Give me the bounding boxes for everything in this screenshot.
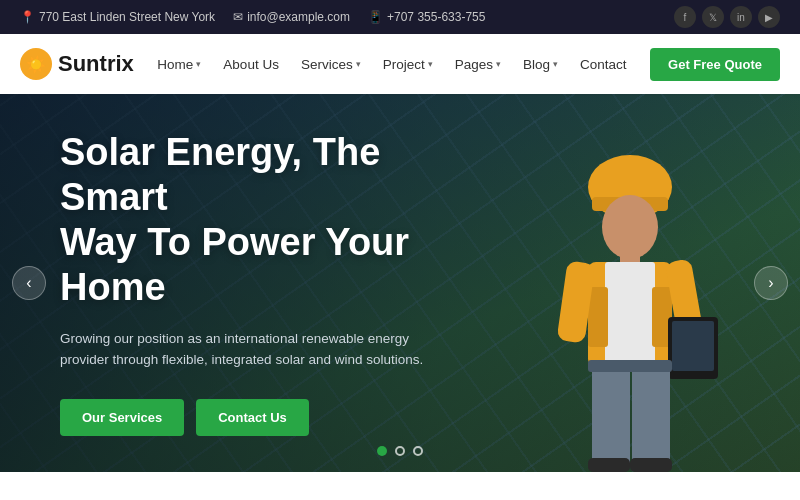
hero-content: Solar Energy, The Smart Way To Power You… — [0, 130, 520, 436]
nav-project-arrow: ▾ — [428, 59, 433, 69]
top-bar-contact: 📍 770 East Linden Street New York ✉ info… — [20, 10, 485, 24]
nav-blog[interactable]: Blog ▾ — [523, 57, 558, 72]
svg-rect-13 — [592, 360, 630, 470]
logo[interactable]: ☀️ Suntrix — [20, 48, 134, 80]
address-item: 📍 770 East Linden Street New York — [20, 10, 215, 24]
email-text: info@example.com — [247, 10, 350, 24]
pin-icon: 📍 — [20, 10, 35, 24]
nav-project[interactable]: Project ▾ — [383, 57, 433, 72]
nav-blog-arrow: ▾ — [553, 59, 558, 69]
worker-figure — [520, 132, 740, 472]
twitter-icon[interactable]: 𝕏 — [702, 6, 724, 28]
email-icon: ✉ — [233, 10, 243, 24]
carousel-dot-2[interactable] — [395, 446, 405, 456]
phone-item: 📱 +707 355-633-755 — [368, 10, 485, 24]
email-item: ✉ info@example.com — [233, 10, 350, 24]
logo-text: Suntrix — [58, 51, 134, 77]
svg-rect-15 — [588, 360, 672, 372]
nav-contact[interactable]: Contact — [580, 57, 627, 72]
svg-rect-17 — [630, 458, 672, 472]
phone-text: +707 355-633-755 — [387, 10, 485, 24]
header: ☀️ Suntrix Home ▾ About Us Services ▾ Pr… — [0, 34, 800, 94]
carousel-dot-3[interactable] — [413, 446, 423, 456]
hero-subtitle: Growing our position as an international… — [60, 328, 440, 371]
carousel-prev-button[interactable]: ‹ — [12, 266, 46, 300]
svg-rect-12 — [672, 321, 714, 371]
svg-point-2 — [602, 195, 658, 259]
nav-pages-arrow: ▾ — [496, 59, 501, 69]
contact-us-button[interactable]: Contact Us — [196, 399, 309, 436]
facebook-icon[interactable]: f — [674, 6, 696, 28]
svg-rect-16 — [588, 458, 630, 472]
svg-rect-5 — [605, 262, 655, 367]
nav-home-arrow: ▾ — [196, 59, 201, 69]
svg-rect-6 — [588, 287, 608, 347]
carousel-next-button[interactable]: › — [754, 266, 788, 300]
nav-services[interactable]: Services ▾ — [301, 57, 361, 72]
phone-icon: 📱 — [368, 10, 383, 24]
linkedin-icon[interactable]: in — [730, 6, 752, 28]
carousel-dots — [377, 446, 423, 456]
nav-home[interactable]: Home ▾ — [157, 57, 201, 72]
our-services-button[interactable]: Our Services — [60, 399, 184, 436]
carousel-dot-1[interactable] — [377, 446, 387, 456]
youtube-icon[interactable]: ▶ — [758, 6, 780, 28]
nav-pages[interactable]: Pages ▾ — [455, 57, 501, 72]
hero-cta-buttons: Our Services Contact Us — [60, 399, 460, 436]
logo-icon: ☀️ — [20, 48, 52, 80]
hero-section: Solar Energy, The Smart Way To Power You… — [0, 94, 800, 472]
get-free-quote-button[interactable]: Get Free Quote — [650, 48, 780, 81]
top-bar: 📍 770 East Linden Street New York ✉ info… — [0, 0, 800, 34]
nav-services-arrow: ▾ — [356, 59, 361, 69]
address-text: 770 East Linden Street New York — [39, 10, 215, 24]
nav-about[interactable]: About Us — [223, 57, 279, 72]
svg-rect-14 — [632, 360, 670, 470]
hero-title: Solar Energy, The Smart Way To Power You… — [60, 130, 460, 309]
social-links: f 𝕏 in ▶ — [674, 6, 780, 28]
main-nav: Home ▾ About Us Services ▾ Project ▾ Pag… — [157, 57, 626, 72]
